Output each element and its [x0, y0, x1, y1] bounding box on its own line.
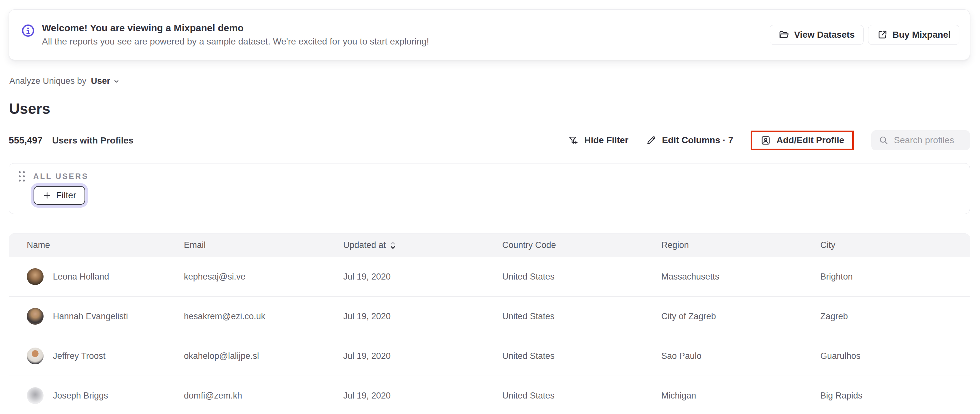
avatar — [27, 268, 43, 285]
folder-icon — [778, 29, 789, 40]
name-cell: Leona Holland — [27, 268, 184, 285]
analyze-by-dropdown[interactable]: User — [91, 76, 120, 86]
user-name: Leona Holland — [53, 272, 109, 282]
email-cell: hesakrem@ezi.co.uk — [184, 311, 343, 322]
banner-title: Welcome! You are viewing a Mixpanel demo — [42, 22, 429, 33]
users-page: Welcome! You are viewing a Mixpanel demo… — [0, 0, 980, 414]
email-cell: domfi@zem.kh — [184, 391, 343, 401]
column-header-region[interactable]: Region — [661, 240, 820, 250]
banner-text: Welcome! You are viewing a Mixpanel demo… — [42, 22, 429, 47]
column-header-email[interactable]: Email — [184, 240, 343, 250]
add-filter-label: Filter — [56, 190, 76, 201]
banner-message: Welcome! You are viewing a Mixpanel demo… — [21, 22, 429, 47]
banner-actions: View Datasets Buy Mixpanel — [770, 25, 959, 45]
column-header-updated-at[interactable]: Updated at — [343, 240, 502, 250]
region-cell: Massachusetts — [661, 272, 820, 282]
external-link-icon — [877, 29, 888, 40]
sort-icon — [390, 241, 396, 250]
add-edit-profile-label: Add/Edit Profile — [776, 135, 844, 146]
avatar — [27, 308, 43, 325]
view-datasets-button[interactable]: View Datasets — [770, 25, 864, 45]
demo-banner: Welcome! You are viewing a Mixpanel demo… — [9, 10, 970, 60]
profiles-count-number: 555,497 — [9, 135, 43, 146]
column-header-name[interactable]: Name — [27, 240, 184, 250]
city-cell: Brighton — [820, 272, 970, 282]
search-icon — [878, 135, 889, 146]
search-profiles-input[interactable] — [894, 135, 963, 146]
analyze-uniques-row: Analyze Uniques by User — [10, 76, 120, 86]
city-cell: Big Rapids — [820, 391, 970, 401]
avatar — [27, 387, 43, 404]
filter-group-header: ALL USERS — [19, 171, 960, 181]
user-name: Hannah Evangelisti — [53, 311, 128, 322]
table-toolbar: Hide Filter Edit Columns · 7 — [568, 130, 970, 150]
region-cell: Michigan — [661, 391, 820, 401]
add-filter-button[interactable]: Filter — [33, 186, 85, 205]
column-header-country-code[interactable]: Country Code — [502, 240, 661, 250]
name-cell: Jeffrey Troost — [27, 347, 184, 364]
profiles-table: Name Email Updated at Country Code Regio… — [9, 233, 970, 414]
add-edit-profile-button[interactable]: Add/Edit Profile — [760, 135, 844, 146]
city-cell: Zagreb — [820, 311, 970, 322]
profile-badge-icon — [760, 135, 771, 146]
view-datasets-label: View Datasets — [794, 30, 855, 40]
updated-at-cell: Jul 19, 2020 — [343, 351, 502, 361]
updated-at-cell: Jul 19, 2020 — [343, 272, 502, 282]
edit-columns-label: Edit Columns · 7 — [662, 135, 733, 146]
meta-row: 555,497 Users with Profiles Hide Filter — [9, 128, 970, 152]
filter-group-label: ALL USERS — [33, 172, 89, 181]
name-cell: Hannah Evangelisti — [27, 308, 184, 325]
country-code-cell: United States — [502, 351, 661, 361]
region-cell: City of Zagreb — [661, 311, 820, 322]
user-name: Joseph Briggs — [53, 391, 108, 401]
profiles-count-label: Users with Profiles — [52, 135, 134, 146]
region-cell: Sao Paulo — [661, 351, 820, 361]
table-row[interactable]: Jeffrey Troost okahelop@lalijpe.sl Jul 1… — [9, 336, 970, 376]
column-header-updated-at-label: Updated at — [343, 240, 386, 250]
email-cell: okahelop@lalijpe.sl — [184, 351, 343, 361]
country-code-cell: United States — [502, 311, 661, 322]
hide-filter-button[interactable]: Hide Filter — [568, 135, 628, 146]
funnel-plus-icon — [568, 135, 579, 146]
updated-at-cell: Jul 19, 2020 — [343, 391, 502, 401]
plus-icon — [43, 191, 52, 200]
page-title: Users — [9, 100, 50, 117]
banner-subtitle: All the reports you see are powered by a… — [42, 36, 429, 47]
country-code-cell: United States — [502, 272, 661, 282]
buy-mixpanel-label: Buy Mixpanel — [892, 30, 951, 40]
filter-panel: ALL USERS Filter — [9, 163, 970, 214]
email-cell: kephesaj@si.ve — [184, 272, 343, 282]
avatar — [27, 347, 43, 364]
country-code-cell: United States — [502, 391, 661, 401]
analyze-uniques-label: Analyze Uniques by — [10, 76, 86, 86]
search-profiles-box — [871, 130, 970, 150]
table-row[interactable]: Leona Holland kephesaj@si.ve Jul 19, 202… — [9, 257, 970, 296]
table-row[interactable]: Hannah Evangelisti hesakrem@ezi.co.uk Ju… — [9, 296, 970, 336]
table-header-row: Name Email Updated at Country Code Regio… — [9, 234, 970, 257]
chevron-down-icon — [113, 78, 120, 85]
profiles-count: 555,497 Users with Profiles — [9, 135, 134, 146]
buy-mixpanel-button[interactable]: Buy Mixpanel — [868, 25, 959, 45]
info-icon — [21, 24, 35, 37]
updated-at-cell: Jul 19, 2020 — [343, 311, 502, 322]
pencil-icon — [646, 135, 657, 146]
drag-handle-icon[interactable] — [19, 171, 25, 181]
edit-columns-button[interactable]: Edit Columns · 7 — [646, 135, 733, 146]
analyze-by-value: User — [91, 76, 110, 86]
hide-filter-label: Hide Filter — [584, 135, 628, 146]
add-edit-profile-annotation: Add/Edit Profile — [751, 130, 854, 150]
user-name: Jeffrey Troost — [53, 351, 105, 361]
table-row[interactable]: Joseph Briggs domfi@zem.kh Jul 19, 2020 … — [9, 376, 970, 414]
city-cell: Guarulhos — [820, 351, 970, 361]
name-cell: Joseph Briggs — [27, 387, 184, 404]
column-header-city[interactable]: City — [820, 240, 970, 250]
